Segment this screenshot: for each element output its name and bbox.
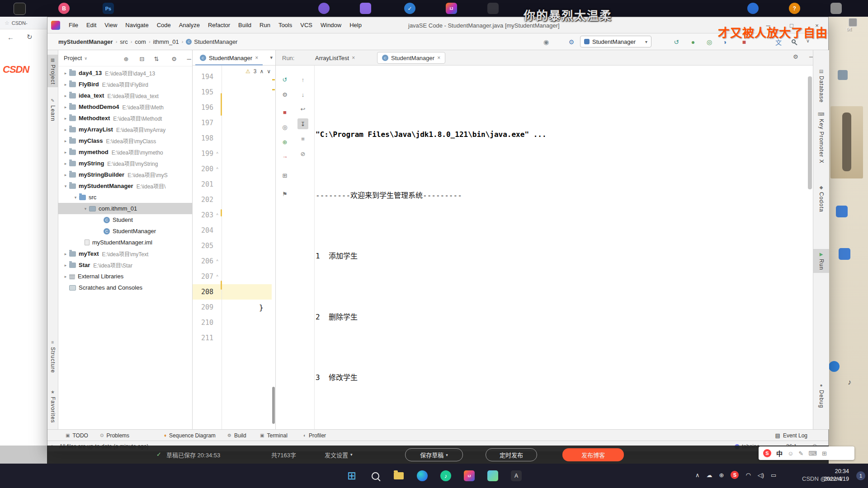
menu-item[interactable]: Build bbox=[234, 22, 255, 28]
pin-icon[interactable]: ⚑ bbox=[279, 188, 290, 199]
txt-file-icon[interactable] bbox=[849, 18, 857, 27]
locate-icon[interactable]: ⊕ bbox=[121, 55, 131, 63]
breadcrumb-item[interactable]: › ithmm_01 bbox=[146, 38, 179, 45]
csdn-logo[interactable]: CSDN bbox=[3, 64, 29, 75]
chevron-down-icon[interactable]: ▾ bbox=[270, 55, 273, 61]
project-tree-item[interactable]: ▸ External Libraries bbox=[58, 271, 192, 282]
settings-gear-icon[interactable]: ⚙ bbox=[793, 53, 798, 60]
stop-icon[interactable]: ■ bbox=[279, 107, 290, 117]
close-icon[interactable]: × bbox=[255, 55, 258, 61]
project-tree-item[interactable]: ▸ Methodtext E:\idea项目\Methodt bbox=[58, 113, 192, 124]
ime-tool-icon[interactable]: ⌨ bbox=[808, 450, 817, 457]
tool-problems[interactable]: ⊙ Problems bbox=[100, 430, 129, 441]
rerun-icon[interactable]: ↺ bbox=[279, 74, 290, 85]
tree-chevron-icon[interactable]: ▸ bbox=[62, 116, 69, 121]
ime-tool-icon[interactable]: ☺ bbox=[788, 450, 793, 457]
windows-start-icon[interactable]: ⊞ bbox=[343, 467, 361, 485]
sogou-tray-icon[interactable]: S bbox=[731, 471, 739, 479]
project-tree-item[interactable]: ▸ mymethod E:\idea项目\mymetho bbox=[58, 146, 192, 158]
fold-icon[interactable]: ^ bbox=[213, 274, 221, 279]
tool-profiler[interactable]: ◐ Profiler bbox=[303, 430, 326, 441]
tab-favicon-purple[interactable] bbox=[318, 3, 330, 14]
menu-item[interactable]: Refactor bbox=[204, 22, 234, 28]
tab-favicon-photoshop[interactable]: Ps bbox=[103, 3, 114, 14]
console-scrollbar[interactable] bbox=[808, 68, 812, 427]
tree-chevron-icon[interactable]: ▸ bbox=[62, 71, 69, 75]
save-draft-button[interactable]: 保存草稿 ▾ bbox=[405, 448, 463, 461]
event-log-button[interactable]: ▤ Event Log bbox=[775, 430, 807, 441]
expand-all-icon[interactable]: ⇅ bbox=[151, 55, 161, 63]
build-hammer-icon[interactable]: ⚙ bbox=[566, 37, 577, 47]
close-icon[interactable]: × bbox=[352, 55, 355, 61]
project-tree-item[interactable]: StudentManager bbox=[58, 225, 192, 237]
project-tree-item[interactable]: ▸ myString E:\idea项目\myString bbox=[58, 158, 192, 169]
menu-item[interactable]: Edit bbox=[82, 22, 100, 28]
app-a-icon[interactable]: A bbox=[507, 467, 525, 485]
scrollbar-thumb[interactable] bbox=[808, 76, 812, 189]
tree-chevron-icon[interactable]: ▸ bbox=[62, 274, 69, 279]
tray-expand-icon[interactable]: ∧ bbox=[695, 472, 700, 479]
project-tree-item[interactable]: ▾ myStudentManager E:\idea项目\ bbox=[58, 180, 192, 192]
tool-structure[interactable]: ≡ Structure bbox=[47, 337, 58, 376]
breadcrumb-item[interactable]: myStudentManager bbox=[53, 38, 113, 45]
desktop-icon[interactable] bbox=[839, 248, 850, 260]
tree-chevron-icon[interactable]: ▸ bbox=[62, 139, 69, 143]
taskbar-search-icon[interactable] bbox=[366, 467, 384, 485]
desktop-icon[interactable] bbox=[829, 361, 840, 372]
collapse-all-icon[interactable]: ⊟ bbox=[137, 55, 147, 63]
tool-debug[interactable]: ● Debug bbox=[813, 380, 829, 411]
fold-icon[interactable]: ^ bbox=[213, 213, 221, 217]
back-icon[interactable]: ← bbox=[7, 33, 14, 41]
exit-icon[interactable]: → bbox=[279, 150, 290, 161]
rerun-icon[interactable]: ↺ bbox=[670, 37, 682, 47]
notification-badge[interactable]: 1 bbox=[856, 471, 865, 480]
soft-wrap-icon[interactable]: ↩ bbox=[297, 103, 308, 114]
edge-browser-icon[interactable] bbox=[413, 467, 431, 485]
up-stack-icon[interactable]: ↑ bbox=[297, 74, 308, 85]
gc-icon[interactable]: ⊕ bbox=[279, 136, 290, 147]
breadcrumb-item[interactable]: › src bbox=[113, 38, 128, 45]
bookmark-item[interactable]: ☆ CSDN- bbox=[0, 17, 47, 29]
tool-learn[interactable]: ✎ Learn bbox=[47, 95, 58, 124]
publish-settings[interactable]: 发文设置 ▾ bbox=[325, 446, 353, 464]
editor-tab-studentmanager[interactable]: StudentManager × bbox=[195, 50, 263, 66]
breadcrumb-item[interactable]: › StudentManager bbox=[179, 38, 238, 45]
fold-icon[interactable]: ^ bbox=[213, 151, 221, 156]
user-settings-icon[interactable]: ◉ bbox=[540, 37, 552, 47]
menu-item[interactable]: Run bbox=[255, 22, 274, 28]
tab-favicon-gray[interactable] bbox=[830, 3, 842, 14]
tree-chevron-icon[interactable]: ▾ bbox=[72, 195, 79, 200]
fold-icon[interactable]: ^ bbox=[213, 259, 221, 263]
run-tab-studentmanager[interactable]: StudentManager × bbox=[377, 52, 445, 64]
tab-favicon-blue[interactable] bbox=[747, 3, 759, 14]
ime-language-indicator[interactable]: 中 bbox=[776, 449, 783, 458]
project-tree-item[interactable]: ▸ FlyBird E:\idea项目\FlyBird bbox=[58, 79, 192, 90]
scrollbar-thumb[interactable] bbox=[272, 387, 275, 424]
menu-item[interactable]: Navigate bbox=[121, 22, 152, 28]
intellij-idea-icon[interactable]: IJ bbox=[460, 467, 478, 485]
photos-app-icon[interactable] bbox=[484, 467, 502, 485]
schedule-publish-button[interactable]: 定时发布 bbox=[486, 448, 537, 461]
tree-chevron-icon[interactable]: ▸ bbox=[62, 252, 69, 256]
run-tab-arraylisttest[interactable]: ArrayListTest × bbox=[311, 52, 359, 64]
tool-run[interactable]: ▶ Run bbox=[813, 249, 829, 273]
run-config-combo[interactable]: StudentManager ▾ bbox=[580, 36, 651, 47]
tree-chevron-icon[interactable]: ▸ bbox=[62, 173, 69, 177]
tab-favicon-intellij[interactable]: IJ bbox=[446, 3, 457, 14]
tool-key-promoter[interactable]: ⌨ Key Promoter X bbox=[813, 109, 829, 166]
tool-build[interactable]: ⚙ Build bbox=[227, 430, 246, 441]
tree-chevron-icon[interactable]: ▸ bbox=[62, 82, 69, 87]
project-tree-item[interactable]: ▾ com.ithmm_01 bbox=[58, 203, 192, 214]
debug-icon[interactable]: ● bbox=[687, 37, 699, 47]
tree-chevron-icon[interactable]: ▸ bbox=[62, 94, 69, 98]
scroll-end-icon[interactable]: ↧ bbox=[297, 118, 308, 129]
sogou-logo-icon[interactable]: S bbox=[763, 449, 771, 457]
qq-music-icon[interactable]: ♪ bbox=[437, 467, 455, 485]
tab-favicon-purple2[interactable] bbox=[360, 3, 371, 14]
breadcrumb-item[interactable]: › com bbox=[128, 38, 146, 45]
publish-blog-button[interactable]: 发布博客 bbox=[562, 448, 624, 461]
tree-chevron-icon[interactable]: ▸ bbox=[62, 150, 69, 155]
tree-chevron-icon[interactable]: ▸ bbox=[62, 161, 69, 166]
project-tree-item[interactable]: ▸ idea_text E:\idea项目\idea_text bbox=[58, 90, 192, 101]
tree-chevron-icon[interactable]: ▾ bbox=[82, 206, 89, 211]
